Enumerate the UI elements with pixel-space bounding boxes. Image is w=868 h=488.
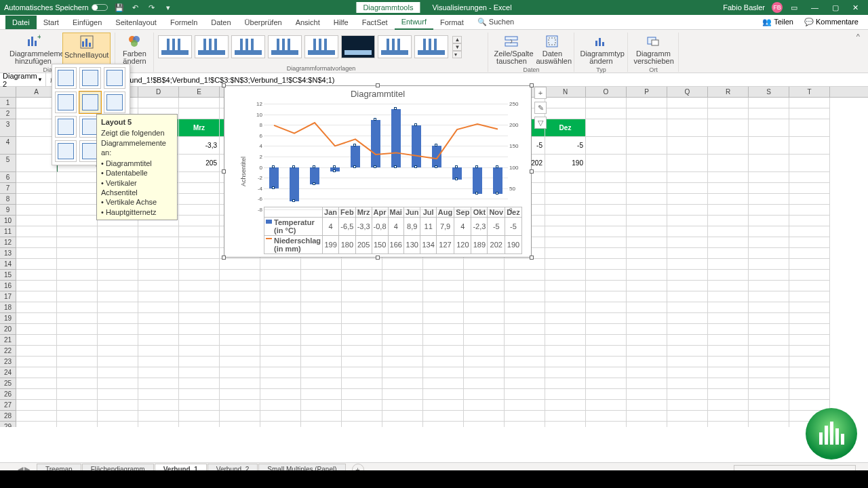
row-header[interactable]: 7 [0,183,16,194]
tab-entwurf[interactable]: Entwurf [395,15,433,30]
minimize-button[interactable]: — [806,3,824,12]
tab-einfuegen[interactable]: Einfügen [66,16,108,29]
change-colors-button[interactable]: Farben ändern [119,33,149,66]
row-header[interactable]: 9 [0,205,16,216]
formula-bar[interactable]: fx=DATENREIHE(Verbund_1!$B$4;Verbund_1!$… [46,75,868,85]
temp-cell[interactable]: -3,3 [179,137,220,155]
maximize-button[interactable]: ▢ [827,3,844,12]
ribbon-options-icon[interactable]: ▭ [789,3,799,12]
row-header[interactable]: 16 [0,281,16,291]
tab-formeln[interactable]: Formeln [163,16,204,29]
user-name[interactable]: Fabio Basler [723,3,765,12]
layout-1[interactable] [55,67,77,89]
row-header[interactable]: 4 [0,137,16,155]
row-header[interactable]: 11 [0,226,16,237]
tab-ansicht[interactable]: Ansicht [289,16,327,29]
layout-7[interactable] [55,116,77,138]
undo-icon[interactable]: ↶ [131,3,140,12]
layout-10[interactable] [55,140,77,162]
row-header[interactable]: 2 [0,108,16,119]
embedded-chart[interactable]: Diagrammtitel Achsentitel -8-6-4-2024681… [224,85,532,258]
row-header[interactable]: 1 [0,98,16,108]
tab-ueberpruefen[interactable]: Überprüfen [238,16,289,29]
share-button[interactable]: 👥 Teilen [762,18,793,26]
col-header[interactable]: S [749,87,789,97]
row-header[interactable]: 29 [0,422,16,427]
layout-4[interactable] [55,92,77,113]
col-header[interactable]: E [179,87,220,97]
row-header[interactable]: 18 [0,302,16,313]
select-data-button[interactable]: Daten auswählen [534,33,570,66]
col-header[interactable]: P [627,87,667,97]
quick-layout-button[interactable]: Schnelllayout [62,33,111,66]
move-chart-button[interactable]: Diagramm verschieben [632,33,674,66]
chart-styles-gallery[interactable]: ▲ ▼ ▾ [158,33,484,61]
month-header[interactable]: Mrz [179,119,220,137]
row-header[interactable]: 8 [0,194,16,205]
row-header[interactable]: 26 [0,389,16,400]
row-header[interactable]: 12 [0,237,16,248]
row-header[interactable]: 22 [0,346,16,357]
col-header[interactable]: R [708,87,749,97]
add-chart-element-button[interactable]: + Diagrammelement hinzufügen [8,33,58,66]
change-chart-type-button[interactable]: Diagrammtyp ändern [578,33,623,66]
switch-row-col-button[interactable]: Zeile/Spalte tauschen [492,33,530,66]
row-header[interactable]: 14 [0,259,16,270]
row-header[interactable]: 27 [0,400,16,411]
tab-format[interactable]: Format [433,16,471,29]
comments-button[interactable]: 💬 Kommentare [804,18,859,26]
autosave-toggle[interactable] [92,4,108,11]
layout-2[interactable] [79,67,101,89]
tab-factset[interactable]: FactSet [355,16,395,29]
row-header[interactable]: 5 [0,155,16,172]
row-header[interactable]: 24 [0,367,16,378]
close-button[interactable]: ✕ [847,3,864,12]
collapse-ribbon-icon[interactable]: ^ [856,33,860,41]
col-header[interactable]: A [16,87,57,97]
row-header[interactable]: 21 [0,335,16,346]
row-header[interactable]: 3 [0,119,16,137]
chart-elements-icon[interactable]: + [534,87,547,99]
redo-icon[interactable]: ↷ [147,3,157,12]
row-header[interactable]: 17 [0,291,16,302]
gallery-more-icon[interactable]: ▾ [452,51,462,58]
row-header[interactable]: 28 [0,411,16,422]
layout-3[interactable] [104,67,125,89]
tab-start[interactable]: Start [37,16,66,29]
tab-datei[interactable]: Datei [5,16,37,29]
row-header[interactable]: 13 [0,248,16,259]
gallery-up-icon[interactable]: ▲ [452,36,462,43]
gallery-down-icon[interactable]: ▼ [452,43,462,51]
row-header[interactable]: 19 [0,313,16,324]
col-header[interactable]: O [586,87,627,97]
tab-seitenlayout[interactable]: Seitenlayout [108,16,163,29]
chart-filter-icon[interactable]: ▽ [534,117,547,129]
col-header[interactable]: Q [667,87,708,97]
precip-cell[interactable]: 190 [545,155,586,172]
chart-title[interactable]: Diagrammtitel [224,86,531,102]
row-header[interactable]: 20 [0,324,16,335]
col-header[interactable]: N [545,87,586,97]
layout-5[interactable] [79,92,101,113]
row-header[interactable]: 10 [0,216,16,226]
tell-me-search[interactable]: 🔍 Suchen [471,15,521,29]
svg-rect-19 [652,40,658,45]
chevron-down-icon[interactable]: ▼ [37,77,43,83]
qat-dropdown-icon[interactable]: ▾ [163,3,173,12]
col-header[interactable]: D [138,87,179,97]
col-header[interactable]: T [789,87,830,97]
row-header[interactable]: 15 [0,270,16,281]
save-icon[interactable]: 💾 [115,3,124,12]
layout-6[interactable] [104,92,125,113]
temp-cell[interactable]: -5 [545,137,586,155]
row-header[interactable]: 25 [0,378,16,389]
tab-hilfe[interactable]: Hilfe [327,16,355,29]
row-header[interactable]: 6 [0,172,16,183]
svg-rect-22 [830,422,833,445]
tab-daten[interactable]: Daten [204,16,237,29]
row-header[interactable]: 23 [0,357,16,367]
user-avatar[interactable]: FB [772,2,783,13]
chart-styles-icon[interactable]: ✎ [534,102,547,114]
precip-cell[interactable]: 205 [179,155,220,172]
month-header[interactable]: Dez [545,119,586,137]
